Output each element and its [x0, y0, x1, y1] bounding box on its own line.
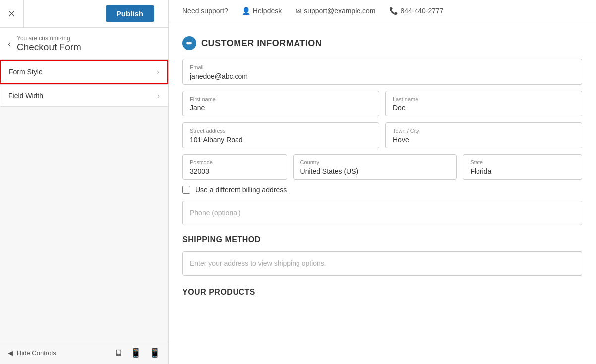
country-value: United States (US): [300, 167, 450, 175]
products-section-title: YOUR PRODUCTS: [182, 288, 582, 297]
tablet-icon[interactable]: 📱: [130, 347, 141, 358]
email-label: Email: [190, 64, 575, 70]
sidebar-title-area: Publish: [24, 0, 168, 27]
helpdesk-link[interactable]: 👤 Helpdesk: [242, 7, 282, 15]
sidebar-header: ✕ Publish: [0, 0, 168, 28]
country-label: Country: [300, 159, 450, 165]
phone-icon: 📞: [389, 7, 398, 15]
last-name-label: Last name: [393, 96, 575, 102]
nav-item-field-width[interactable]: Field Width ›: [0, 84, 168, 107]
close-button[interactable]: ✕: [0, 0, 24, 27]
customizing-section: ‹ You are customizing Checkout Form: [0, 28, 168, 60]
phone-text: 844-440-2777: [400, 7, 443, 15]
field-width-label: Field Width: [8, 92, 43, 100]
state-label: State: [470, 159, 575, 165]
phone-group: Phone (optional): [182, 201, 582, 225]
last-name-field[interactable]: Last name Doe: [385, 91, 582, 116]
state-field[interactable]: State Florida: [463, 154, 582, 180]
email-icon: ✉: [296, 7, 301, 15]
need-support-text: Need support?: [182, 7, 228, 15]
email-link[interactable]: ✉ support@example.com: [296, 7, 375, 15]
first-name-value: Jane: [190, 104, 372, 112]
phone-link[interactable]: 📞 844-440-2777: [389, 7, 443, 15]
email-group: Email janedoe@abc.com: [182, 59, 582, 85]
edit-icon: ✏: [186, 39, 193, 47]
device-icons: 🖥 📱 📱: [114, 347, 160, 358]
publish-button[interactable]: Publish: [106, 5, 154, 22]
sidebar-nav: Form Style › Field Width ›: [0, 60, 168, 341]
shipping-placeholder: Enter your address to view shipping opti…: [182, 251, 582, 276]
last-name-value: Doe: [393, 104, 575, 112]
customer-section-title: ✏ CUSTOMER INFORMATION: [182, 36, 582, 50]
desktop-icon[interactable]: 🖥: [114, 348, 122, 358]
state-value: Florida: [470, 167, 575, 175]
chevron-right-icon: ›: [157, 68, 159, 76]
first-name-field[interactable]: First name Jane: [182, 91, 379, 116]
shipping-divider: SHIPPING METHOD: [182, 235, 582, 244]
billing-checkbox-row: Use a different billing address: [182, 186, 582, 194]
helpdesk-icon: 👤: [242, 7, 250, 15]
email-text: support@example.com: [304, 7, 375, 15]
postcode-field[interactable]: Postcode 32003: [182, 154, 287, 180]
street-field[interactable]: Street address 101 Albany Road: [182, 122, 379, 148]
form-area: ✏ CUSTOMER INFORMATION Email janedoe@abc…: [169, 22, 596, 323]
sidebar-bottom: ◀ Hide Controls 🖥 📱 📱: [0, 341, 168, 364]
hide-controls-icon: ◀: [8, 349, 13, 357]
customizing-title: Checkout Form: [17, 42, 81, 52]
hide-controls-label: Hide Controls: [17, 349, 56, 357]
email-value: janedoe@abc.com: [190, 72, 575, 80]
hide-controls-button[interactable]: ◀ Hide Controls: [8, 349, 56, 357]
mobile-icon[interactable]: 📱: [149, 347, 160, 358]
products-divider: YOUR PRODUCTS: [182, 288, 582, 297]
address-row: Street address 101 Albany Road Town / Ci…: [182, 122, 582, 148]
back-arrow-icon[interactable]: ‹: [8, 39, 11, 49]
helpdesk-label: Helpdesk: [253, 7, 282, 15]
form-style-label: Form Style: [9, 68, 43, 76]
postcode-label: Postcode: [190, 159, 280, 165]
close-icon: ✕: [8, 8, 15, 19]
chevron-right-icon-2: ›: [157, 92, 160, 100]
street-label: Street address: [190, 128, 372, 134]
billing-checkbox[interactable]: [182, 186, 190, 194]
location-row: Postcode 32003 Country United States (US…: [182, 154, 582, 180]
shipping-section-title: SHIPPING METHOD: [182, 235, 582, 244]
phone-placeholder: Phone (optional): [190, 209, 575, 217]
first-name-label: First name: [190, 96, 372, 102]
customizing-label: You are customizing: [17, 35, 81, 42]
main-content: Need support? 👤 Helpdesk ✉ support@examp…: [169, 0, 596, 364]
postcode-value: 32003: [190, 167, 280, 175]
country-field[interactable]: Country United States (US): [293, 154, 457, 180]
customizing-text: You are customizing Checkout Form: [17, 35, 81, 52]
email-field[interactable]: Email janedoe@abc.com: [182, 59, 582, 85]
street-value: 101 Albany Road: [190, 136, 372, 144]
customer-section-label: CUSTOMER INFORMATION: [201, 38, 322, 49]
support-bar: Need support? 👤 Helpdesk ✉ support@examp…: [169, 0, 596, 22]
city-value: Hove: [393, 136, 575, 144]
billing-checkbox-label: Use a different billing address: [195, 186, 287, 194]
sidebar: ✕ Publish ‹ You are customizing Checkout…: [0, 0, 169, 364]
phone-field[interactable]: Phone (optional): [182, 201, 582, 225]
name-row: First name Jane Last name Doe: [182, 91, 582, 116]
nav-item-form-style[interactable]: Form Style ›: [0, 60, 168, 84]
city-label: Town / City: [393, 128, 575, 134]
customer-section-icon: ✏: [182, 36, 196, 50]
city-field[interactable]: Town / City Hove: [385, 122, 582, 148]
